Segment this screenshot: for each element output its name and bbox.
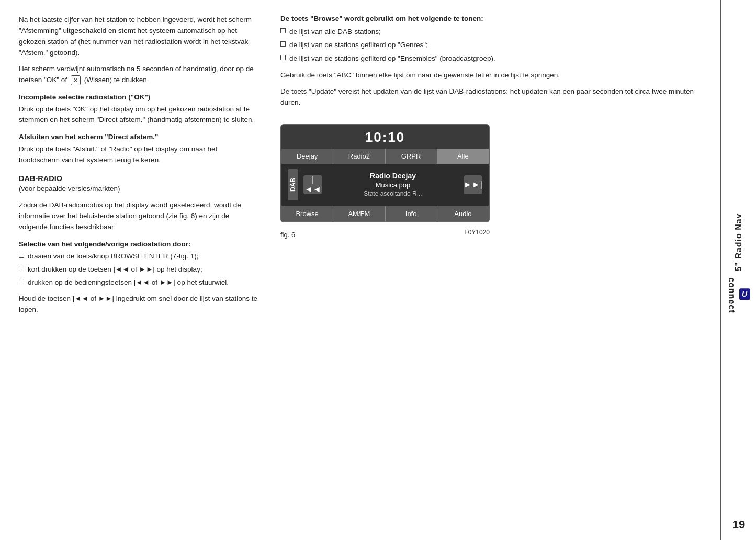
right-column: De toets "Browse" wordt gebruikt om het …: [275, 15, 705, 530]
section2-heading: Afsluiten van het scherm "Direct afstem.…: [19, 133, 259, 141]
section3-para: Zodra de DAB-radiomodus op het display w…: [19, 200, 259, 233]
browse-bullet-item: de lijst van alle DAB-stations;: [280, 27, 705, 37]
audio-button[interactable]: Audio: [437, 206, 489, 221]
brand-name: connect: [727, 277, 736, 313]
section3-sub: (voor bepaalde versies/markten): [19, 184, 259, 195]
brand-logo: U: [739, 289, 750, 300]
abc-para: Gebruik de toets "ABC" binnen elke lijst…: [280, 70, 705, 81]
fig-code: F0Y1020: [464, 229, 490, 239]
bullet-square-icon: [19, 253, 24, 258]
preset-radio2[interactable]: Radio2: [333, 149, 385, 164]
prev-track-button[interactable]: |◄◄: [303, 175, 322, 194]
next-track-button[interactable]: ►►|: [464, 175, 482, 194]
browse-bullet-item: de lijst van de stations gefilterd op "E…: [280, 53, 705, 64]
radio-bottom-bar: Browse AM/FM Info Audio: [281, 206, 489, 221]
left-column: Na het laatste cijfer van het station te…: [19, 15, 275, 530]
browse-bullet-item: de lijst van de stations gefilterd op "G…: [280, 40, 705, 50]
section1-heading: Incomplete selectie radiostation ("OK"): [19, 93, 259, 101]
info-button[interactable]: Info: [386, 206, 437, 221]
browse-heading: De toets "Browse" wordt gebruikt om het …: [280, 15, 705, 22]
section3-heading: DAB-RADIO: [19, 174, 259, 183]
browse-bullet-text: de lijst van alle DAB-stations;: [289, 27, 381, 37]
bullet-square-icon: [280, 55, 286, 60]
bullet-item: drukken op de bedieningstoetsen |◄◄ of ►…: [19, 277, 259, 288]
radio-dab-label: DAB: [288, 169, 298, 200]
bullet-square-icon: [19, 279, 24, 284]
bullet-text: draaien van de toets/knop BROWSE ENTER (…: [28, 251, 198, 262]
sidebar-brand: Uconnect 5" Radio Nav: [727, 213, 750, 313]
status-text: State ascoltando R...: [328, 190, 458, 197]
section4-heading: Selectie van het volgende/vorige radiost…: [19, 240, 259, 248]
browse-bullet-text: de lijst van de stations gefilterd op "G…: [289, 40, 428, 50]
houd-para: Houd de toetsen |◄◄ of ►►| ingedrukt om …: [19, 294, 259, 316]
brand-model: 5" Radio Nav: [734, 213, 743, 271]
radio-time-display: 10:10: [281, 125, 489, 149]
bullet-item: kort drukken op de toetsen |◄◄ of ►►| op…: [19, 264, 259, 275]
preset-alle[interactable]: Alle: [437, 149, 489, 164]
page-number: 19: [732, 518, 745, 532]
station-name: Radio Deejay: [328, 172, 458, 180]
radio-ui: 10:10 Deejay Radio2 GRPR Alle DAB |◄◄ Ra…: [280, 124, 490, 222]
preset-deejay[interactable]: Deejay: [281, 149, 333, 164]
section1-para: Druk op de toets "OK" op het display om …: [19, 104, 259, 126]
intro-para2: Het scherm verdwijnt automatisch na 5 se…: [19, 64, 259, 86]
intro-para1: Na het laatste cijfer van het station te…: [19, 15, 259, 59]
bullet-text: drukken op de bedieningstoetsen |◄◄ of ►…: [28, 277, 229, 288]
wissen-icon: ✕: [71, 75, 81, 85]
bullet-square-icon: [19, 266, 24, 271]
update-para: De toets "Update" vereist het updaten va…: [280, 86, 705, 108]
track-name: Musica pop: [328, 181, 458, 189]
radio-main-area: DAB |◄◄ Radio Deejay Musica pop State as…: [281, 164, 489, 206]
bullet-square-icon: [280, 41, 286, 47]
fig-caption: fig. 6: [280, 231, 295, 239]
page-container: Na het laatste cijfer van het station te…: [0, 0, 756, 540]
bullet-square-icon: [280, 28, 286, 33]
radio-track-info: Radio Deejay Musica pop State ascoltando…: [328, 172, 458, 197]
amfm-button[interactable]: AM/FM: [333, 206, 385, 221]
radio-preset-bar: Deejay Radio2 GRPR Alle: [281, 149, 489, 164]
sidebar: Uconnect 5" Radio Nav 19: [720, 0, 756, 540]
section2-para: Druk op de toets "Afsluit." of "Radio" o…: [19, 144, 259, 166]
main-content: Na het laatste cijfer van het station te…: [0, 0, 720, 540]
browse-button[interactable]: Browse: [281, 206, 333, 221]
bullet-text: kort drukken op de toetsen |◄◄ of ►►| op…: [28, 264, 202, 275]
preset-grpr[interactable]: GRPR: [386, 149, 437, 164]
browse-bullet-text: de lijst van de stations gefilterd op "E…: [289, 53, 495, 64]
bullet-item: draaien van de toets/knop BROWSE ENTER (…: [19, 251, 259, 262]
